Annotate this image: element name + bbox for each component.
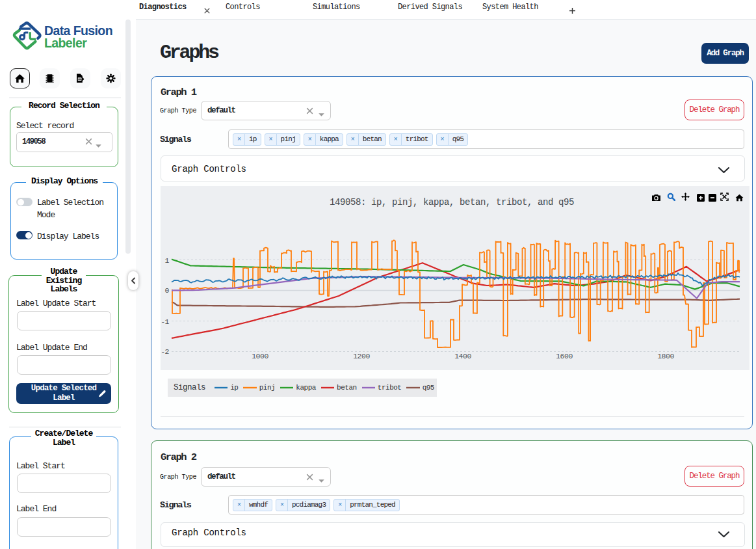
svg-text:Labeler: Labeler [44,36,87,50]
svg-text:1: 1 [165,256,170,265]
svg-text:0: 0 [165,286,170,295]
svg-text:1600: 1600 [556,352,573,360]
svg-text:1200: 1200 [353,352,370,360]
svg-text:1800: 1800 [657,352,674,360]
svg-text:1400: 1400 [454,352,471,360]
svg-text:-2: -2 [161,347,169,356]
svg-text:1000: 1000 [252,352,268,360]
svg-text:-1: -1 [161,317,169,326]
